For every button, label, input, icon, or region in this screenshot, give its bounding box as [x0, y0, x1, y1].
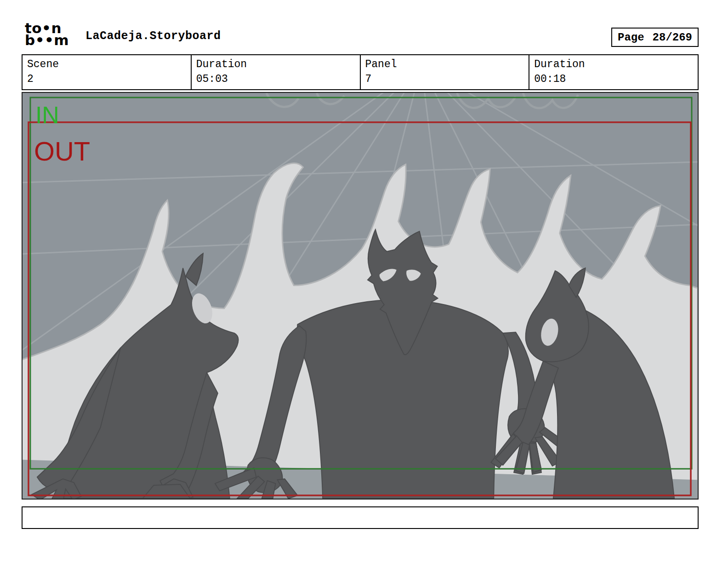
page-label: Page [618, 31, 644, 44]
in-label: IN [35, 102, 59, 128]
info-label: Duration [534, 57, 693, 72]
info-value: 7 [365, 72, 524, 86]
info-cell-scene: Scene 2 [22, 54, 192, 90]
page-number: 28/269 [653, 31, 692, 44]
page-indicator: Page 28/269 [611, 28, 699, 47]
info-value: 00:18 [534, 72, 693, 86]
info-label: Scene [27, 57, 186, 72]
caption-box [22, 506, 699, 529]
panel-info-bar: Scene 2 Duration 05:03 Panel 7 Duration … [22, 54, 699, 90]
info-value: 05:03 [196, 72, 355, 86]
out-label: OUT [34, 137, 90, 167]
toonboom-logo-line2: b••m [25, 34, 69, 46]
document-title: LaCadeja.Storyboard [85, 29, 221, 43]
toonboom-logo: to•n b••m [25, 22, 69, 46]
info-value: 2 [27, 72, 186, 86]
storyboard-panel: IN OUT [22, 92, 699, 500]
info-label: Duration [196, 57, 355, 72]
info-label: Panel [365, 57, 524, 72]
info-cell-panel: Panel 7 [360, 54, 530, 90]
info-cell-panel-duration: Duration 00:18 [529, 54, 699, 90]
info-cell-scene-duration: Duration 05:03 [191, 54, 361, 90]
storyboard-artwork: IN OUT [23, 93, 698, 499]
